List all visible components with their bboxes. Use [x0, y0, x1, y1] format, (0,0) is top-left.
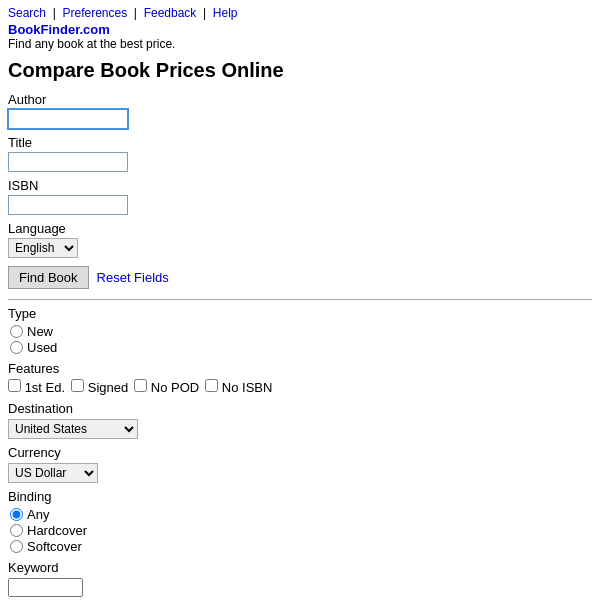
nav-feedback[interactable]: Feedback [144, 6, 197, 20]
author-input[interactable] [8, 109, 128, 129]
isbn-input[interactable] [8, 195, 128, 215]
search-form: Author Title ISBN Language English Frenc… [8, 92, 592, 289]
type-used-label: Used [27, 340, 57, 355]
feat-no-pod-option[interactable]: No POD [134, 379, 199, 395]
binding-any-option[interactable]: Any [10, 507, 592, 522]
binding-group: Any Hardcover Softcover [10, 507, 592, 554]
binding-label: Binding [8, 489, 592, 504]
title-label: Title [8, 135, 592, 150]
binding-hard-label: Hardcover [27, 523, 87, 538]
feat-no-isbn-check[interactable] [205, 379, 218, 392]
top-navigation: Search | Preferences | Feedback | Help [8, 6, 592, 20]
type-label: Type [8, 306, 592, 321]
binding-soft-label: Softcover [27, 539, 82, 554]
language-label: Language [8, 221, 592, 236]
tagline: Find any book at the best price. [8, 37, 592, 51]
feat-no-pod-check[interactable] [134, 379, 147, 392]
feat-no-isbn-label: No ISBN [222, 380, 273, 395]
binding-soft-option[interactable]: Softcover [10, 539, 592, 554]
section-divider [8, 299, 592, 300]
feat-1st-label: 1st Ed. [25, 380, 65, 395]
advanced-options: Type New Used Features 1st Ed. Signed No… [8, 306, 592, 600]
type-new-label: New [27, 324, 53, 339]
type-used-option[interactable]: Used [10, 340, 592, 355]
site-title[interactable]: BookFinder.com [8, 22, 110, 37]
page-title: Compare Book Prices Online [8, 59, 592, 82]
keyword-label: Keyword [8, 560, 592, 575]
nav-preferences[interactable]: Preferences [62, 6, 127, 20]
feat-no-pod-label: No POD [151, 380, 199, 395]
type-group: New Used [10, 324, 592, 355]
nav-help[interactable]: Help [213, 6, 238, 20]
feat-1st-check[interactable] [8, 379, 21, 392]
feat-1st-option[interactable]: 1st Ed. [8, 379, 65, 395]
type-used-radio[interactable] [10, 341, 23, 354]
destination-select[interactable]: United States United Kingdom Canada Aust… [8, 419, 138, 439]
feat-no-isbn-option[interactable]: No ISBN [205, 379, 272, 395]
binding-soft-radio[interactable] [10, 540, 23, 553]
feat-signed-label: Signed [88, 380, 128, 395]
title-input[interactable] [8, 152, 128, 172]
reset-fields-link[interactable]: Reset Fields [97, 270, 169, 285]
binding-any-label: Any [27, 507, 49, 522]
currency-select[interactable]: US Dollar Euro GBP CAD [8, 463, 98, 483]
features-label: Features [8, 361, 592, 376]
type-new-radio[interactable] [10, 325, 23, 338]
feat-signed-option[interactable]: Signed [71, 379, 128, 395]
destination-label: Destination [8, 401, 592, 416]
keyword-input[interactable] [8, 578, 83, 597]
binding-hard-option[interactable]: Hardcover [10, 523, 592, 538]
currency-label: Currency [8, 445, 592, 460]
type-new-option[interactable]: New [10, 324, 592, 339]
isbn-label: ISBN [8, 178, 592, 193]
find-book-button[interactable]: Find Book [8, 266, 89, 289]
language-select[interactable]: English French German Spanish [8, 238, 78, 258]
feat-signed-check[interactable] [71, 379, 84, 392]
binding-hard-radio[interactable] [10, 524, 23, 537]
author-label: Author [8, 92, 592, 107]
binding-any-radio[interactable] [10, 508, 23, 521]
features-group: 1st Ed. Signed No POD No ISBN [8, 379, 592, 395]
nav-search[interactable]: Search [8, 6, 46, 20]
